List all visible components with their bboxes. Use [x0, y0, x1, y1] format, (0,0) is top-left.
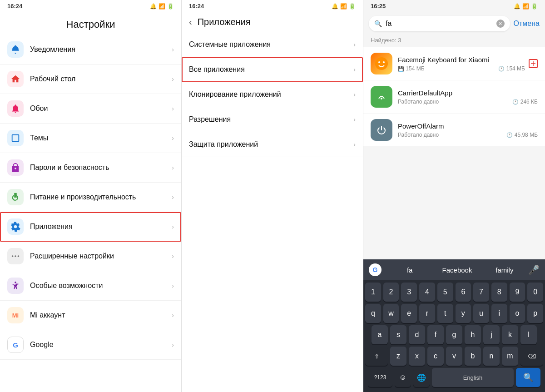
key-z[interactable]: z — [390, 347, 406, 366]
settings-item-mi-account[interactable]: Mi Mi аккаунт › — [0, 301, 181, 330]
bottom-row: ?123 ☺ 🌐 English 🔍 — [365, 368, 543, 387]
key-4[interactable]: 4 — [419, 283, 435, 302]
search-clear-button[interactable]: ✕ — [496, 20, 505, 28]
shift-key[interactable]: ⇧ — [365, 347, 388, 366]
key-g[interactable]: g — [446, 325, 462, 344]
right-status-icons: 🔔 📶 🔋 — [514, 3, 538, 10]
menu-item-system-apps[interactable]: Системные приложения › — [182, 32, 363, 57]
key-c[interactable]: c — [427, 347, 444, 366]
key-y[interactable]: y — [456, 304, 471, 323]
key-u[interactable]: u — [473, 304, 489, 323]
key-2[interactable]: 2 — [383, 283, 399, 302]
space-key[interactable]: English — [432, 368, 514, 387]
number-row: 1 2 3 4 5 6 7 8 9 0 — [365, 283, 543, 302]
carrier-size: 🕐 246 КБ — [512, 99, 538, 105]
key-j[interactable]: j — [483, 325, 500, 344]
symbols-key[interactable]: ?123 — [368, 368, 392, 387]
mic-icon[interactable]: 🎤 — [528, 264, 540, 275]
backspace-key[interactable]: ⌫ — [520, 347, 543, 366]
desktop-chevron: › — [172, 75, 174, 83]
permissions-label: Разрешения — [189, 115, 353, 124]
app-item-carrier[interactable]: CarrierDefaultApp Работало давно 🕐 246 К… — [363, 80, 545, 113]
key-r[interactable]: r — [419, 304, 435, 323]
key-6[interactable]: 6 — [456, 283, 471, 302]
settings-item-google[interactable]: G Google › — [0, 330, 181, 360]
key-x[interactable]: x — [409, 347, 425, 366]
search-key[interactable]: 🔍 — [516, 368, 540, 387]
search-icon: 🔍 — [374, 20, 382, 27]
apps-label: Приложения — [30, 223, 172, 231]
language-key[interactable]: 🌐 — [413, 368, 430, 387]
svg-point-3 — [18, 255, 20, 257]
svg-point-6 — [378, 61, 380, 63]
facemoji-meta: 💾 154 МБ 🕐 154 МБ — [398, 65, 525, 72]
settings-item-passwords[interactable]: Пароли и безопасность › — [0, 153, 181, 183]
search-bar-container: 🔍 fa ✕ Отмена — [363, 12, 545, 35]
settings-item-power[interactable]: Питание и производительность › — [0, 183, 181, 212]
key-s[interactable]: s — [390, 325, 406, 344]
settings-item-advanced[interactable]: Расширенные настройки › — [0, 242, 181, 271]
key-1[interactable]: 1 — [365, 283, 381, 302]
poweroff-status: Работало давно — [398, 132, 439, 138]
key-k[interactable]: k — [502, 325, 518, 344]
keyboard: G fa Facebook family 🎤 1 2 3 4 5 6 7 8 9… — [363, 259, 545, 392]
back-button[interactable]: ‹ — [189, 17, 192, 27]
settings-item-desktop[interactable]: Рабочий стол › — [0, 65, 181, 94]
settings-item-themes[interactable]: Темы › — [0, 124, 181, 153]
settings-title: Настройки — [0, 12, 181, 35]
menu-item-all-apps[interactable]: Все приложения › — [182, 57, 363, 82]
google-logo: G — [369, 263, 382, 276]
middle-battery-icon: 🔋 — [349, 3, 356, 10]
facemoji-name: Facemoji Keyboard for Xiaomi — [398, 56, 525, 64]
svg-point-1 — [12, 255, 14, 257]
poweroff-meta: Работало давно 🕐 45,98 МБ — [398, 132, 538, 138]
emoji-key[interactable]: ☺ — [395, 368, 411, 387]
suggestion-family[interactable]: family — [481, 266, 528, 274]
right-battery-icon: 🔋 — [531, 3, 538, 10]
settings-item-wallpaper[interactable]: Обои › — [0, 94, 181, 124]
key-i[interactable]: i — [491, 304, 507, 323]
menu-item-permissions[interactable]: Разрешения › — [182, 107, 363, 132]
key-9[interactable]: 9 — [510, 283, 525, 302]
key-8[interactable]: 8 — [491, 283, 507, 302]
search-cancel-button[interactable]: Отмена — [514, 20, 540, 28]
key-h[interactable]: h — [465, 325, 481, 344]
key-f[interactable]: f — [427, 325, 444, 344]
key-5[interactable]: 5 — [437, 283, 453, 302]
key-p[interactable]: p — [527, 304, 543, 323]
app-item-poweroff[interactable]: PowerOffAlarm Работало давно 🕐 45,98 МБ — [363, 114, 545, 146]
key-3[interactable]: 3 — [401, 283, 417, 302]
settings-item-apps[interactable]: Приложения › — [0, 212, 181, 242]
system-apps-chevron: › — [353, 41, 356, 48]
menu-item-clone-apps[interactable]: Клонирование приложений › — [182, 82, 363, 107]
key-l[interactable]: l — [520, 325, 537, 344]
suggestion-facebook[interactable]: Facebook — [433, 266, 481, 274]
wallpaper-label: Обои — [30, 104, 172, 113]
search-bar[interactable]: 🔍 fa ✕ — [369, 16, 510, 31]
poweroff-icon — [371, 119, 392, 141]
settings-item-accessibility[interactable]: Особые возможности › — [0, 271, 181, 301]
key-0[interactable]: 0 — [527, 283, 543, 302]
key-d[interactable]: d — [409, 325, 425, 344]
key-q[interactable]: q — [365, 304, 381, 323]
notifications-label: Уведомления — [30, 45, 172, 54]
search-query[interactable]: fa — [386, 20, 493, 28]
settings-item-notifications[interactable]: Уведомления › — [0, 35, 181, 65]
key-e[interactable]: e — [401, 304, 417, 323]
key-b[interactable]: b — [465, 347, 481, 366]
menu-item-app-protection[interactable]: Защита приложений › — [182, 132, 363, 157]
key-m[interactable]: m — [502, 347, 518, 366]
middle-status-icons: 🔔 📶 🔋 — [332, 3, 356, 10]
apps-header: ‹ Приложения — [182, 12, 363, 32]
key-v[interactable]: v — [446, 347, 462, 366]
key-o[interactable]: o — [510, 304, 525, 323]
svg-point-7 — [383, 61, 385, 63]
app-protection-chevron: › — [353, 141, 356, 148]
key-t[interactable]: t — [437, 304, 453, 323]
key-w[interactable]: w — [383, 304, 399, 323]
key-n[interactable]: n — [483, 347, 500, 366]
key-a[interactable]: a — [372, 325, 388, 344]
suggestion-fa[interactable]: fa — [386, 266, 433, 274]
key-7[interactable]: 7 — [473, 283, 489, 302]
app-item-facemoji[interactable]: Facemoji Keyboard for Xiaomi 💾 154 МБ 🕐 … — [363, 47, 545, 80]
